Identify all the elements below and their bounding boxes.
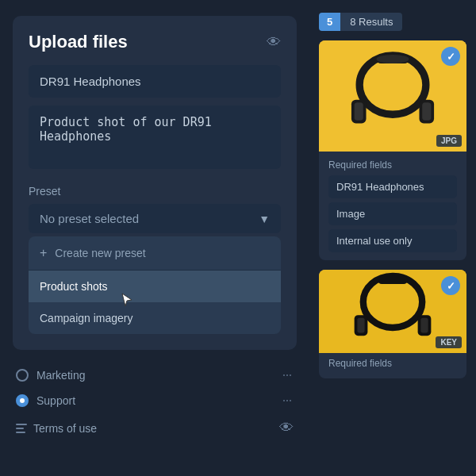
support-radio[interactable] <box>16 394 29 407</box>
preset-section: Preset No preset selected ▼ + Create new… <box>29 185 281 334</box>
support-left: Support <box>16 394 75 407</box>
plus-icon: + <box>40 246 47 260</box>
card-info-1: Required fields DR91 Headphones Image In… <box>319 152 466 260</box>
radio-inner-dot <box>20 398 25 403</box>
support-menu-dots[interactable]: ⋯ <box>282 395 294 406</box>
visibility-toggle-icon[interactable]: 👁 <box>267 34 281 51</box>
card-field-internal-1: Internal use only <box>328 229 457 252</box>
filename-input[interactable] <box>29 65 281 98</box>
format-badge-2: KEY <box>436 336 462 348</box>
selected-check-badge-2: ✓ <box>441 276 460 295</box>
svg-rect-12 <box>378 277 407 284</box>
upload-card: Upload files 👁 Product shot of our DR91 … <box>13 16 297 350</box>
preset-option-product-shots[interactable]: Product shots <box>29 271 281 302</box>
required-fields-label-2: Required fields <box>328 358 457 369</box>
preset-option-label: Campaign imagery <box>40 312 133 324</box>
card-info-2: Required fields <box>319 353 466 378</box>
description-input[interactable]: Product shot of our DR91 Headphones <box>29 106 281 169</box>
terms-label[interactable]: Terms of use <box>33 422 97 435</box>
preset-label: Preset <box>29 185 281 198</box>
results-badge-count: 5 <box>319 13 340 31</box>
image-wrapper-1: ✓ JPG <box>319 40 466 152</box>
svg-rect-2 <box>355 102 363 120</box>
svg-rect-9 <box>357 318 364 333</box>
svg-rect-11 <box>420 318 428 333</box>
chevron-down-icon: ▼ <box>259 213 270 225</box>
card-field-name-1: DR91 Headphones <box>328 175 457 198</box>
format-badge-1: JPG <box>436 135 462 147</box>
right-panel: 5 8 Results ✓ JPG Requi <box>309 0 476 476</box>
image-card-1: ✓ JPG Required fields DR91 Headphones Im… <box>319 40 466 260</box>
list-lines-icon <box>16 424 27 433</box>
results-bar: 5 8 Results <box>319 13 466 31</box>
marketing-item: Marketing ⋯ <box>16 363 294 388</box>
create-new-preset-button[interactable]: + Create new preset <box>29 236 281 271</box>
svg-point-6 <box>377 55 409 63</box>
left-panel: Upload files 👁 Product shot of our DR91 … <box>0 0 309 476</box>
preset-option-label: Product shots <box>40 280 108 293</box>
terms-visibility-icon[interactable]: 👁 <box>279 420 294 436</box>
preset-dropdown-menu: + Create new preset Product shots Campai… <box>29 236 281 334</box>
image-wrapper-2: ✓ KEY <box>319 270 466 353</box>
bottom-items: Marketing ⋯ Support ⋯ <box>13 363 297 413</box>
upload-header: Upload files 👁 <box>29 32 281 52</box>
svg-rect-4 <box>422 102 431 120</box>
create-preset-label: Create new preset <box>55 247 145 259</box>
marketing-radio[interactable] <box>16 369 29 382</box>
support-label: Support <box>36 394 75 407</box>
image-card-2: ✓ KEY Required fields <box>319 270 466 378</box>
card-field-image-1: Image <box>328 202 457 225</box>
svg-point-0 <box>359 56 426 114</box>
terms-left: Terms of use <box>16 422 97 435</box>
marketing-label: Marketing <box>36 369 85 382</box>
terms-row: Terms of use 👁 <box>13 420 297 436</box>
preset-option-campaign-imagery[interactable]: Campaign imagery <box>29 302 281 334</box>
results-count-label: 8 Results <box>340 13 402 31</box>
required-fields-label-1: Required fields <box>328 159 457 171</box>
support-item: Support ⋯ <box>16 388 294 413</box>
preset-dropdown[interactable]: No preset selected ▼ <box>29 204 281 233</box>
selected-check-badge-1: ✓ <box>441 47 460 66</box>
marketing-menu-dots[interactable]: ⋯ <box>282 370 294 381</box>
marketing-left: Marketing <box>16 369 85 382</box>
upload-title: Upload files <box>29 32 128 52</box>
preset-selected-text: No preset selected <box>40 212 139 225</box>
